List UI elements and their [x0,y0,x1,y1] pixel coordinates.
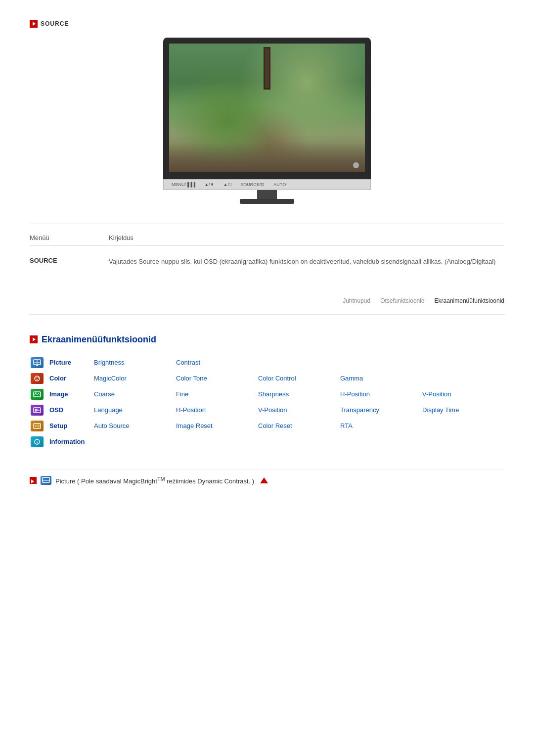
note-text-main: Picture ( Pole saadaval MagicBrightTM re… [55,476,254,485]
menu-item-hposition[interactable]: H-Position [340,386,422,402]
menu-item-osd-hposition[interactable]: H-Position [176,402,258,418]
ctrl-source: SOURCE/⊡ [240,182,265,187]
category-information: Information [49,434,94,450]
menu-item-displaytime[interactable]: Display Time [422,402,504,418]
note-icon-box [30,477,37,484]
table-value-source: Vajutades Source-nuppu siis, kui OSD (ek… [109,257,504,267]
menu-item-transparency[interactable]: Transparency [340,402,422,418]
icon-cell-setup [30,418,49,434]
svg-rect-22 [36,426,37,427]
icon-cell-osd [30,402,49,418]
monitor-stand-foot [240,199,294,204]
description-table: Menüü Kirjeldus SOURCE Vajutades Source-… [30,224,504,273]
icon-cell-info: i [30,434,49,450]
monitor-screen [169,44,365,172]
breadcrumb-nav: Juhtnupud Otsefunktsioonid Ekraanimenüüf… [30,287,504,315]
note-text-1: Picture ( Pole saadaval MagicBright [55,477,157,485]
picture-icon [31,357,44,368]
menu-item-colorreset[interactable]: Color Reset [258,418,340,434]
table-row-picture: Picture Brightness Contrast [30,355,504,371]
svg-point-7 [35,377,37,378]
image-icon [31,389,44,400]
breadcrumb-item-otsefunktsioonid[interactable]: Otsefunktsioonid [380,297,424,304]
table-row-image: Image Coarse Fine Sharpness H-Position V… [30,386,504,402]
svg-rect-20 [36,425,37,425]
source-header-label: SOURCE [41,20,69,27]
category-image: Image [49,386,94,402]
svg-rect-21 [37,425,39,426]
setup-icon [31,421,44,431]
svg-point-11 [35,392,37,394]
menu-item-osd-vposition[interactable]: V-Position [258,402,340,418]
ekraan-title: Ekraanimenüüfunktsioonid [42,334,156,345]
note-picture-icon [41,476,51,485]
menu-item-rta[interactable]: RTA [340,418,422,434]
menu-item-vposition[interactable]: V-Position [422,386,504,402]
table-row-osd: OSD Language H-Position V-Position Trans… [30,402,504,418]
ctrl-menu: MENU/▐▐▐ [172,182,195,187]
table-label-source: SOURCE [30,257,109,267]
monitor-controls-bar: MENU/▐▐▐ ▲/▼ ▲/□ SOURCE/⊡ AUTO [163,179,371,190]
menu-item-colorcontrol[interactable]: Color Control [258,371,340,386]
category-picture: Picture [49,355,94,371]
svg-marker-1 [33,337,36,341]
category-osd: OSD [49,402,94,418]
info-icon: i [31,436,44,447]
table-header-row: Menüü Kirjeldus [30,234,504,246]
note-text-2: režiimides Dynamic Contrast. ) [165,477,255,485]
note-triangle-icon [260,477,268,483]
svg-marker-25 [31,479,34,483]
note-tm: TM [157,476,165,482]
icon-cell-image [30,386,49,402]
monitor-stand-neck [257,190,277,199]
menu-item-autosource[interactable]: Auto Source [94,418,176,434]
svg-marker-0 [33,22,36,26]
bottom-note: Picture ( Pole saadaval MagicBrightTM re… [30,470,504,491]
menu-item-magiccolor[interactable]: MagicColor [94,371,176,386]
svg-rect-26 [43,477,49,482]
source-icon [30,20,38,28]
ctrl-auto: AUTO [273,182,286,187]
menu-table: Picture Brightness Contrast [30,355,504,450]
osd-icon [31,405,44,416]
menu-item-language[interactable]: Language [94,402,176,418]
svg-text:i: i [37,440,38,445]
category-color: Color [49,371,94,386]
svg-point-8 [38,377,40,378]
menu-item-sharpness[interactable]: Sharpness [258,386,340,402]
source-header: SOURCE [30,20,504,28]
monitor-illustration: MENU/▐▐▐ ▲/▼ ▲/□ SOURCE/⊡ AUTO [30,38,504,204]
ekraan-header: Ekraanimenüüfunktsioonid [30,334,504,345]
monitor-wrapper: MENU/▐▐▐ ▲/▼ ▲/□ SOURCE/⊡ AUTO [163,38,371,204]
menu-item-contrast[interactable]: Contrast [176,355,258,371]
table-row-setup: Setup Auto Source Image Reset Color Rese… [30,418,504,434]
icon-cell-picture [30,355,49,371]
svg-point-9 [36,379,38,381]
breadcrumb-item-ekraan[interactable]: Ekraanimenüüfunktsioonid [435,297,504,304]
menu-item-colortone[interactable]: Color Tone [176,371,258,386]
col2-header: Kirjeldus [109,234,504,246]
icon-cell-color [30,371,49,386]
monitor-power-dot [353,162,359,168]
table-row-source: SOURCE Vajutades Source-nuppu siis, kui … [30,251,504,273]
category-setup: Setup [49,418,94,434]
monitor-bezel [163,38,371,179]
menu-item-coarse[interactable]: Coarse [94,386,176,402]
monitor-screen-image [169,44,365,172]
table-row-information: i Information [30,434,504,450]
table-row-color: Color MagicColor Color Tone Color Contro… [30,371,504,386]
ctrl-brightness: ▲/□ [223,182,231,187]
col1-header: Menüü [30,234,109,246]
menu-item-fine[interactable]: Fine [176,386,258,402]
menu-item-imagereset[interactable]: Image Reset [176,418,258,434]
breadcrumb-item-juhtnupud[interactable]: Juhtnupud [343,297,370,304]
ctrl-arrows: ▲/▼ [204,182,214,187]
color-icon [31,373,44,384]
ekraan-section: Ekraanimenüüfunktsioonid Picture [30,334,504,450]
menu-item-brightness[interactable]: Brightness [94,355,176,371]
menu-item-gamma[interactable]: Gamma [340,371,422,386]
ekraan-section-icon [30,335,38,343]
